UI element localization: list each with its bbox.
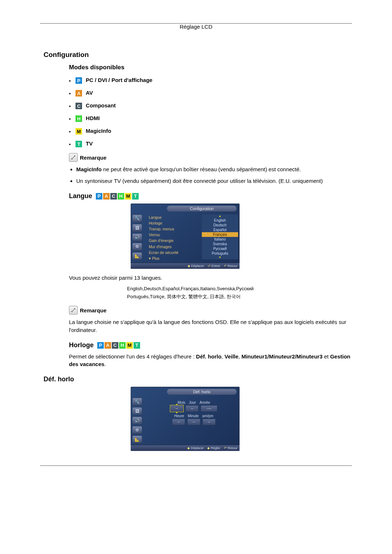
heading-horloge: Horloge P A C H M T	[69, 341, 352, 349]
bullet-icon	[69, 90, 73, 97]
mode-item-composant: C Composant	[69, 102, 352, 109]
osd-langue-screenshot: Configuration 🔧 🖼 🔊 ⚙ 📐 Langue Horloge T…	[131, 204, 240, 269]
osd-tab-icon: 🔊	[132, 416, 142, 424]
badge-c-icon: C	[110, 193, 117, 200]
osd-horloge-screenshot: Déf. horlo 🔧 🖼 🔊 ⚙ 📐 Mois Jour Année	[131, 387, 240, 451]
mode-item-tv: T TV	[69, 140, 352, 147]
bullet-icon	[69, 103, 73, 109]
osd-tab-icon: 🖼	[132, 407, 142, 415]
osd-tab-icon: 🔧	[132, 398, 142, 406]
note-label: Remarque	[80, 307, 106, 313]
osd-tab-icon: 🔧	[132, 214, 142, 222]
osd-field-label: Minute	[188, 414, 199, 418]
osd-tab-icon: 🔊	[132, 233, 142, 241]
badge-t-icon: T	[134, 342, 140, 349]
page-header: Réglage LCD	[177, 24, 215, 30]
badge-a-icon: A	[103, 193, 110, 200]
bullet-icon	[69, 141, 73, 147]
badge-t-icon: T	[75, 141, 82, 147]
osd-tab-icon: 📐	[132, 435, 142, 443]
langue-note: La langue choisie ne s'applique qu'à la …	[69, 318, 352, 334]
mode-item-magicinfo: M MagicInfo	[69, 128, 352, 135]
heading-configuration: Configuration	[44, 51, 352, 59]
osd-field-label: Jour	[189, 401, 196, 405]
badge-t-icon: T	[132, 193, 139, 200]
mode-label: PC / DVI / Port d'affichage	[86, 77, 152, 83]
osd-tab-icon: ⚙	[132, 243, 142, 251]
osd-field-year: ----	[201, 405, 217, 412]
osd-tab-icon: 🖼	[132, 224, 142, 232]
osd-field-minute: --	[187, 419, 200, 425]
badge-m-icon: M	[75, 128, 82, 135]
note-icon	[69, 153, 78, 162]
mode-label: TV	[86, 140, 93, 147]
osd-tab-icon: 📐	[132, 252, 142, 260]
horloge-intro: Permet de sélectionner l'un des 4 réglag…	[69, 353, 352, 369]
mode-item-pc: P PC / DVI / Port d'affichage	[69, 77, 352, 84]
osd-menu-list: Langue Horloge Transp. menus Verrou Gain…	[148, 213, 200, 263]
osd-field-label: Heure	[174, 414, 184, 418]
osd-title: Déf. horlo	[167, 389, 237, 395]
note-label: Remarque	[80, 155, 106, 161]
heading-langue: Langue P A C H M T	[69, 192, 352, 200]
bullet-icon	[69, 78, 73, 84]
mode-item-av: A AV	[69, 90, 352, 97]
badge-p-icon: P	[75, 77, 82, 84]
badge-c-icon: C	[112, 342, 118, 349]
mode-label: Composant	[86, 102, 116, 108]
osd-field-label: am/pm	[202, 414, 213, 418]
osd-language-list: ▲ English Deutsch Español Français Itali…	[202, 214, 238, 259]
mode-label: MagicInfo	[86, 128, 111, 134]
note-icon	[69, 306, 78, 315]
langue-caption: Vous pouvez choisir parmi 13 langues.	[69, 274, 352, 282]
badge-m-icon: M	[125, 193, 131, 200]
osd-field-day: --	[185, 405, 199, 412]
badge-h-icon: H	[119, 342, 126, 349]
notes-list: MagicInfo MagicInfo ne peut être activé …	[69, 165, 352, 185]
languages-line1: English,Deutsch,Español,Français,Italian…	[127, 286, 352, 292]
osd-tab-icon: ⚙	[132, 426, 142, 434]
bullet-icon	[69, 128, 73, 135]
osd-title: Configuration	[167, 206, 237, 212]
languages-line2: Português,Türkçe, 简体中文, 繁體中文, 日本語, 한국어	[127, 294, 352, 300]
osd-field-hour: --	[172, 419, 185, 425]
osd-field-month: ▲--▼	[170, 405, 183, 412]
badge-p-icon: P	[96, 193, 102, 200]
badge-m-icon: M	[126, 342, 133, 349]
badge-h-icon: H	[75, 115, 82, 122]
osd-field-label: Année	[200, 401, 210, 405]
modes-list: P PC / DVI / Port d'affichage A AV C Com…	[69, 77, 352, 147]
note-item: MagicInfo MagicInfo ne peut être activé …	[76, 165, 352, 173]
mode-label: AV	[86, 90, 93, 96]
bullet-icon	[69, 116, 73, 122]
mode-label: HDMI	[86, 115, 99, 121]
note-item: Un syntoniseur TV (vendu séparément) doi…	[76, 177, 352, 185]
heading-modes: Modes disponibles	[69, 64, 352, 71]
badge-a-icon: A	[105, 342, 111, 349]
badge-h-icon: H	[118, 193, 124, 200]
badge-c-icon: C	[75, 103, 82, 109]
badge-a-icon: A	[75, 90, 82, 97]
mode-item-hdmi: H HDMI	[69, 115, 352, 122]
badge-p-icon: P	[97, 342, 104, 349]
osd-field-ampm: --	[203, 419, 216, 425]
heading-def-horlo: Déf. horlo	[44, 376, 352, 383]
